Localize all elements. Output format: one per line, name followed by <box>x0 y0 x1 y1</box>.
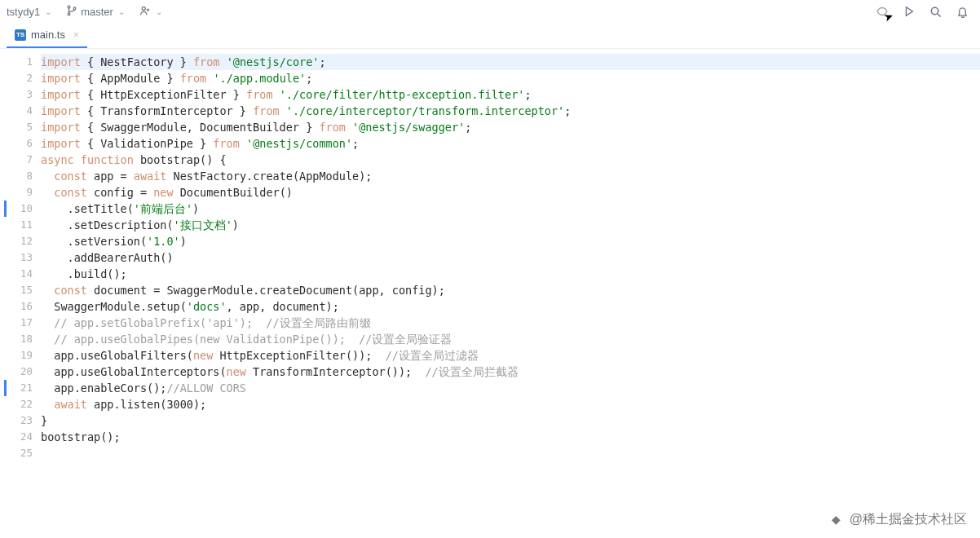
code-line[interactable]: .setVersion('1.0') <box>41 233 980 249</box>
line-number: 18 <box>0 331 33 347</box>
code-line[interactable]: .build(); <box>41 266 980 282</box>
branch-name: master <box>81 6 113 18</box>
code-line[interactable]: import { TransformInterceptor } from './… <box>41 103 980 119</box>
chevron-down-icon: ⌄ <box>118 7 125 16</box>
branch-selector[interactable]: master ⌄ <box>66 5 125 19</box>
add-person-icon <box>139 5 151 19</box>
line-number: 15 <box>0 282 33 298</box>
code-line[interactable]: const document = SwaggerModule.createDoc… <box>41 282 980 298</box>
code-line[interactable]: SwaggerModule.setup('docs', app, documen… <box>41 298 980 315</box>
line-number: 5 <box>0 119 33 135</box>
top-bar-left: tstydy1 ⌄ master ⌄ ⌄ <box>7 5 162 19</box>
code-area[interactable]: import { NestFactory } from '@nestjs/cor… <box>41 54 980 461</box>
code-line[interactable]: // app.setGlobalPrefix('api'); //设置全局路由前… <box>41 315 980 331</box>
code-line[interactable]: app.useGlobalInterceptors(new TransformI… <box>41 364 980 380</box>
watermark-text: @稀土掘金技术社区 <box>850 511 967 528</box>
code-line[interactable]: async function bootstrap() { <box>41 152 980 168</box>
line-number: 24 <box>0 429 33 445</box>
tab-main-ts[interactable]: TS main.ts × <box>7 23 87 48</box>
code-line[interactable]: app.enableCors();//ALLOW CORS <box>41 380 980 396</box>
svg-point-3 <box>142 7 145 10</box>
top-bar: tstydy1 ⌄ master ⌄ ⌄ <box>0 0 980 23</box>
line-number: 22 <box>0 396 33 412</box>
line-number: 25 <box>0 445 33 461</box>
code-line[interactable]: import { ValidationPipe } from '@nestjs/… <box>41 135 980 152</box>
change-marker <box>4 201 7 217</box>
line-number: 9 <box>0 184 33 201</box>
tab-filename: main.ts <box>31 29 65 41</box>
code-line[interactable]: const config = new DocumentBuilder() <box>41 184 980 201</box>
typescript-file-icon: TS <box>15 29 26 41</box>
bell-icon[interactable] <box>956 6 969 18</box>
run-icon[interactable] <box>903 6 915 17</box>
line-number: 8 <box>0 168 33 184</box>
code-line[interactable]: app.useGlobalFilters(new HttpExceptionFi… <box>41 347 980 364</box>
line-number: 2 <box>0 70 33 86</box>
code-editor[interactable]: 1234567891011121314151617181920212223242… <box>0 49 980 461</box>
line-number: 17 <box>0 315 33 331</box>
editor-tabs: TS main.ts × <box>0 23 980 49</box>
code-line[interactable]: import { HttpExceptionFilter } from './c… <box>41 86 980 103</box>
svg-point-4 <box>931 7 938 14</box>
line-number: 23 <box>0 412 33 429</box>
line-number: 13 <box>0 249 33 266</box>
project-name: tstydy1 <box>7 6 40 18</box>
close-icon[interactable]: × <box>73 29 79 41</box>
line-number: 19 <box>0 347 33 364</box>
code-line[interactable]: } <box>41 412 980 429</box>
project-selector[interactable]: tstydy1 ⌄ <box>7 6 51 18</box>
branch-icon <box>66 5 77 19</box>
juejin-logo-icon: ◆ <box>832 513 846 527</box>
top-bar-right <box>876 5 973 18</box>
change-marker <box>4 380 7 396</box>
code-with-me-icon[interactable] <box>876 5 889 18</box>
code-line[interactable]: const app = await NestFactory.create(App… <box>41 168 980 184</box>
line-number-gutter: 1234567891011121314151617181920212223242… <box>0 54 41 461</box>
code-line[interactable]: await app.listen(3000); <box>41 396 980 412</box>
code-line[interactable]: .setDescription('接口文档') <box>41 217 980 233</box>
code-line[interactable]: bootstrap(); <box>41 429 980 445</box>
svg-point-1 <box>68 12 70 15</box>
line-number: 16 <box>0 298 33 315</box>
code-line[interactable]: import { NestFactory } from '@nestjs/cor… <box>41 54 980 70</box>
search-icon[interactable] <box>929 6 942 18</box>
code-line[interactable]: import { AppModule } from './app.module'… <box>41 70 980 86</box>
code-line[interactable]: .setTitle('前端后台') <box>41 201 980 217</box>
line-number: 11 <box>0 217 33 233</box>
svg-point-2 <box>73 7 76 9</box>
line-number: 1 <box>0 54 33 70</box>
line-number: 4 <box>0 103 33 119</box>
line-number: 20 <box>0 364 33 380</box>
svg-point-0 <box>68 6 70 8</box>
line-number: 14 <box>0 266 33 282</box>
add-config-selector[interactable]: ⌄ <box>139 5 162 19</box>
code-line[interactable]: // app.useGlobalPipes(new ValidationPipe… <box>41 331 980 347</box>
code-line[interactable]: import { SwaggerModule, DocumentBuilder … <box>41 119 980 135</box>
line-number: 3 <box>0 86 33 103</box>
chevron-down-icon: ⌄ <box>45 7 51 16</box>
line-number: 12 <box>0 233 33 249</box>
watermark: ◆ @稀土掘金技术社区 <box>832 511 967 528</box>
code-line[interactable]: .addBearerAuth() <box>41 249 980 266</box>
line-number: 7 <box>0 152 33 168</box>
line-number: 6 <box>0 135 33 152</box>
chevron-down-icon: ⌄ <box>156 7 162 16</box>
code-line[interactable] <box>41 445 980 461</box>
